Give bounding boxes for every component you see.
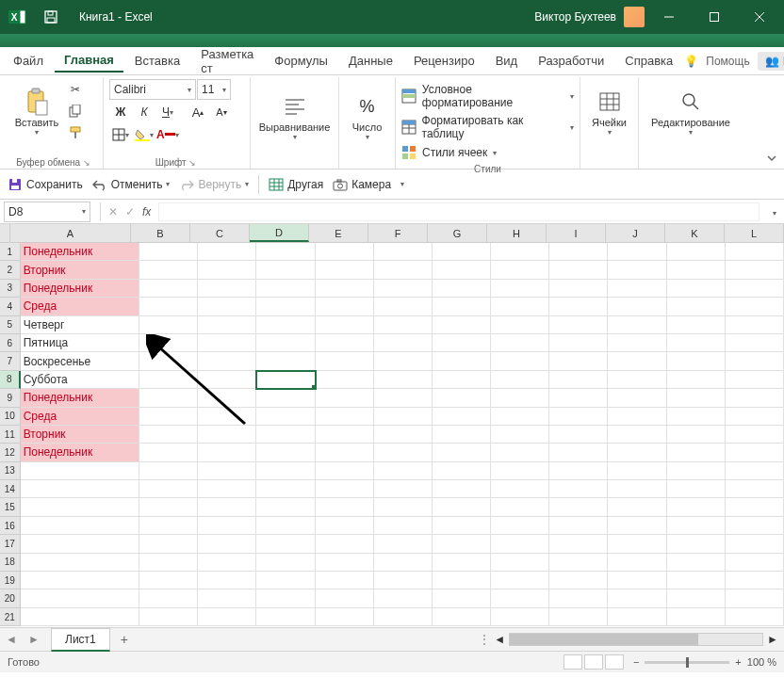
cell[interactable] <box>433 280 491 298</box>
confirm-icon[interactable]: ✓ <box>125 205 135 218</box>
cell[interactable] <box>608 608 666 626</box>
add-sheet-button[interactable]: + <box>110 632 139 647</box>
cell[interactable] <box>374 589 433 607</box>
help-label[interactable]: Помощь <box>706 55 749 68</box>
row-header[interactable]: 9 <box>0 389 21 407</box>
cell[interactable] <box>256 462 315 480</box>
cell[interactable] <box>433 589 491 607</box>
cell[interactable] <box>316 517 374 535</box>
cell[interactable] <box>198 572 256 589</box>
cell[interactable] <box>198 389 256 407</box>
cell[interactable] <box>667 517 726 535</box>
cell[interactable] <box>256 371 315 389</box>
cell[interactable] <box>491 589 549 607</box>
normal-view-button[interactable] <box>564 654 582 670</box>
cell[interactable] <box>667 334 726 352</box>
cell[interactable] <box>491 280 549 298</box>
paste-button[interactable]: Вставить ▾ <box>11 79 62 145</box>
cell[interactable] <box>316 589 374 607</box>
cell[interactable] <box>374 371 433 389</box>
cell[interactable] <box>608 535 666 553</box>
tab-data[interactable]: Данные <box>339 50 402 72</box>
cell[interactable] <box>374 517 433 535</box>
dialog-launcher-icon[interactable]: ↘ <box>188 158 198 168</box>
cell[interactable] <box>316 444 374 461</box>
cell[interactable] <box>608 261 666 279</box>
cell[interactable] <box>374 554 433 572</box>
cell[interactable] <box>316 462 374 480</box>
cell[interactable]: Пятница <box>21 334 139 352</box>
italic-button[interactable]: К <box>133 102 155 122</box>
cell[interactable] <box>374 316 433 334</box>
cell[interactable] <box>667 535 726 553</box>
cell[interactable] <box>256 334 315 352</box>
cell[interactable] <box>374 480 433 498</box>
cell[interactable] <box>256 408 315 426</box>
cell[interactable] <box>491 352 549 370</box>
cell[interactable] <box>198 298 256 315</box>
cell[interactable] <box>139 554 198 572</box>
cell[interactable] <box>549 371 608 389</box>
cell[interactable] <box>491 608 549 626</box>
number-button[interactable]: % Число ▾ <box>345 85 389 151</box>
qat-undo[interactable]: Отменить▾ <box>92 178 171 191</box>
zoom-in-button[interactable]: + <box>735 656 741 668</box>
cell[interactable] <box>198 243 256 261</box>
column-header[interactable]: E <box>309 224 368 242</box>
cell[interactable]: Воскресенье <box>21 352 139 370</box>
cell[interactable] <box>726 371 784 389</box>
cell[interactable] <box>667 498 726 516</box>
cell[interactable] <box>21 589 139 607</box>
cell[interactable] <box>139 298 198 315</box>
cell[interactable] <box>139 572 198 589</box>
cell[interactable] <box>608 462 666 480</box>
page-break-button[interactable] <box>605 654 624 670</box>
cell[interactable] <box>433 498 491 516</box>
cell[interactable] <box>21 517 139 535</box>
cell[interactable] <box>726 408 784 426</box>
cell[interactable] <box>726 352 784 370</box>
cell[interactable] <box>726 554 784 572</box>
cell[interactable] <box>316 243 374 261</box>
dialog-launcher-icon[interactable]: ↘ <box>83 158 92 168</box>
cell[interactable] <box>667 316 726 334</box>
cell[interactable] <box>726 498 784 516</box>
cell[interactable] <box>608 352 666 370</box>
cell[interactable] <box>316 608 374 626</box>
cell[interactable] <box>139 352 198 370</box>
cell[interactable] <box>198 462 256 480</box>
cell[interactable] <box>433 408 491 426</box>
zoom-level[interactable]: 100 % <box>747 656 776 668</box>
zoom-out-button[interactable]: − <box>633 656 639 668</box>
cell[interactable] <box>316 389 374 407</box>
row-header[interactable]: 1 <box>0 243 21 261</box>
cell[interactable] <box>198 352 256 370</box>
cell[interactable] <box>374 389 433 407</box>
row-header[interactable]: 8 <box>0 371 21 389</box>
cell[interactable] <box>256 572 315 589</box>
cell[interactable] <box>608 444 666 461</box>
cell[interactable]: Суббота <box>21 371 139 389</box>
row-header[interactable]: 3 <box>0 280 21 298</box>
cell[interactable] <box>198 517 256 535</box>
column-header[interactable]: J <box>606 224 665 242</box>
column-header[interactable]: D <box>250 224 309 242</box>
cell[interactable] <box>374 498 433 516</box>
column-header[interactable]: B <box>131 224 190 242</box>
cell[interactable] <box>491 298 549 315</box>
row-header[interactable]: 11 <box>0 426 21 444</box>
cell[interactable] <box>139 444 198 461</box>
cell[interactable] <box>316 426 374 444</box>
font-color-button[interactable]: A▾ <box>156 124 179 145</box>
cell[interactable] <box>433 444 491 461</box>
cell[interactable] <box>726 261 784 279</box>
formula-input[interactable] <box>158 202 760 221</box>
cell[interactable] <box>549 261 608 279</box>
cell[interactable] <box>491 389 549 407</box>
cell[interactable] <box>608 280 666 298</box>
cell[interactable] <box>198 444 256 461</box>
cell[interactable] <box>139 462 198 480</box>
cell[interactable] <box>433 334 491 352</box>
cell[interactable] <box>667 589 726 607</box>
cell[interactable] <box>139 408 198 426</box>
